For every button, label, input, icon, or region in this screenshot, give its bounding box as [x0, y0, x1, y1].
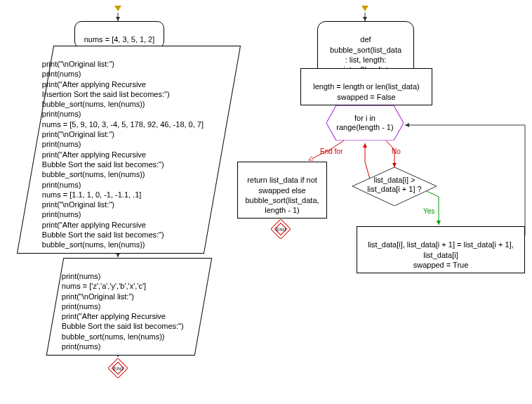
process-text: return list_data if not swapped else bub… [245, 176, 319, 214]
process-swap: list_data[i], list_data[i + 1] = list_da… [357, 226, 525, 273]
io-text: print(nums) nums = ['z','a','y','b','x',… [62, 271, 184, 351]
process-text: nums = [4, 3, 5, 1, 2] [84, 35, 155, 44]
start-marker-left [114, 6, 121, 11]
decision-compare: list_data[i] > list_data[i + 1] ? [352, 167, 437, 202]
label-no: No [392, 148, 401, 155]
loop-text: for i in range(length - 1) [336, 114, 393, 132]
end-marker-right: End [271, 219, 291, 239]
process-return: return list_data if not swapped else bub… [237, 162, 327, 219]
process-init-vars: length = length or len(list_data) swappe… [300, 68, 432, 105]
io-block-1: print("\nOriginal list:") print(nums) pr… [17, 46, 241, 254]
end-label: End [113, 365, 123, 372]
label-yes: Yes [423, 207, 434, 215]
loop-for: for i in range(length - 1) [326, 105, 404, 141]
io-text: print("\nOriginal list:") print(nums) pr… [42, 59, 204, 250]
process-text: length = length or len(list_data) swappe… [313, 82, 419, 100]
decision-text: list_data[i] > list_data[i + 1] ? [367, 176, 421, 194]
end-marker-left: End [108, 358, 128, 378]
io-block-2: print(nums) nums = ['z','a','y','b','x',… [46, 258, 212, 356]
process-nums-init: nums = [4, 3, 5, 1, 2] [74, 21, 164, 48]
process-text: list_data[i], list_data[i + 1] = list_da… [368, 240, 514, 269]
end-label: End [276, 226, 286, 233]
start-marker-right [361, 6, 368, 11]
label-endfor: End for [320, 148, 343, 155]
